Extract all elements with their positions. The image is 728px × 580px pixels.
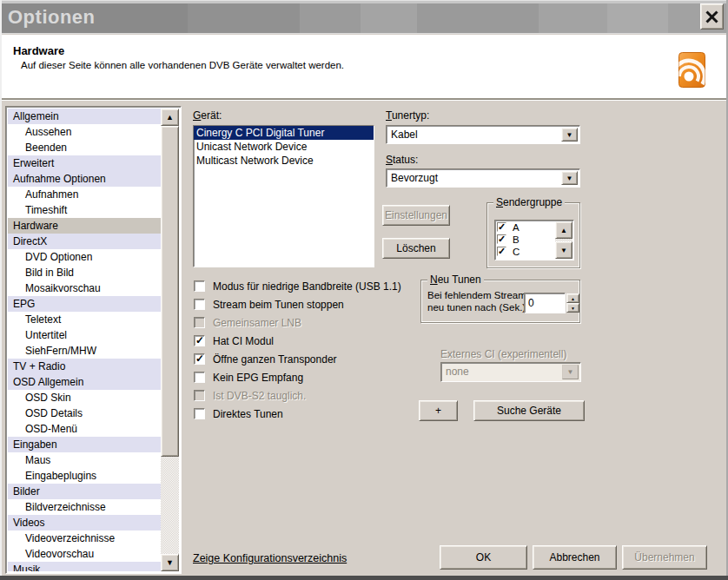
- scroll-up-button[interactable]: ▲: [555, 221, 572, 239]
- scroll-up-button[interactable]: ▲: [161, 109, 179, 126]
- checkbox-bandbreite[interactable]: [194, 280, 205, 292]
- neu-tunen-text: Bei fehlendem Stream neu tunen nach (Sek…: [427, 289, 528, 313]
- sidebar-item-siehfern-mhw[interactable]: SiehFern/MHW: [8, 343, 161, 359]
- sidebar-item-osd-allgemein[interactable]: OSD Allgemein: [8, 374, 161, 390]
- checkbox-row-kein-epg[interactable]: Kein EPG Empfang: [194, 371, 303, 384]
- sidebar-item-dvd-optionen[interactable]: DVD Optionen: [8, 249, 161, 265]
- dropdown-arrow-icon[interactable]: ▼: [561, 171, 578, 185]
- down-arrow-icon: ▼: [166, 559, 174, 567]
- tunertyp-select[interactable]: Kabel ▼: [386, 125, 580, 144]
- sidebar-item-bildverzeichnisse[interactable]: Bildverzeichnisse: [8, 499, 161, 515]
- options-dialog: Optionen Hardware Auf dieser Seite könne…: [0, 0, 728, 580]
- sidebar-item-eingaben[interactable]: Eingaben: [8, 437, 161, 452]
- dropdown-arrow-icon[interactable]: ▼: [561, 128, 578, 142]
- sidebar-item-maus[interactable]: Maus: [8, 452, 161, 468]
- sidebar-item-teletext[interactable]: Teletext: [8, 312, 161, 327]
- abbrechen-button[interactable]: Abbrechen: [533, 545, 617, 570]
- loeschen-button[interactable]: Löschen: [382, 238, 450, 259]
- checkbox-b[interactable]: ✓: [497, 234, 506, 244]
- close-button[interactable]: [700, 3, 724, 30]
- neu-tunen-spinner[interactable]: ▲ ▼: [566, 293, 579, 313]
- status-select[interactable]: Bevorzugt ▼: [386, 168, 580, 188]
- device-item-multicast[interactable]: Multicast Network Device: [194, 154, 374, 168]
- checkbox-a[interactable]: ✓: [497, 222, 506, 232]
- externes-ci-value: none: [446, 366, 469, 378]
- sidebar-item-bilder[interactable]: Bilder: [8, 484, 161, 499]
- sidebar-item-osd-menue[interactable]: OSD-Menü: [8, 421, 161, 437]
- check-icon: ✓: [195, 353, 204, 365]
- window-border-left: [0, 0, 2, 580]
- sidebar-scrollbar[interactable]: ▲ ▼: [161, 109, 179, 571]
- checkbox-c[interactable]: ✓: [497, 247, 506, 256]
- sidebar-item-osd-skin[interactable]: OSD Skin: [8, 390, 161, 405]
- close-icon: [705, 10, 719, 24]
- checkbox-row-direktes-tunen[interactable]: Direktes Tunen: [194, 407, 283, 420]
- sidebar-item-eingabeplugins[interactable]: Eingabeplugins: [8, 468, 161, 484]
- check-icon: ✓: [195, 334, 204, 346]
- checkbox-row-stream-stoppen[interactable]: Stream beim Tunen stoppen: [194, 298, 344, 311]
- sendergruppe-scrollbar[interactable]: ▲ ▼: [555, 221, 572, 259]
- sidebar-item-osd-details[interactable]: OSD Details: [8, 405, 161, 421]
- spin-down-button[interactable]: ▼: [566, 303, 579, 313]
- sidebar-item-videos[interactable]: Videos: [8, 515, 161, 531]
- checkbox-hat-ci-modul[interactable]: ✓: [194, 335, 205, 346]
- dvbviewer-logo-icon: [678, 52, 705, 88]
- check-icon: ✓: [498, 246, 506, 257]
- add-device-button[interactable]: +: [419, 400, 458, 421]
- status-label: Status:: [386, 154, 418, 166]
- ok-button[interactable]: OK: [440, 545, 527, 570]
- sendergruppe-list: ✓ A ✓ B ✓ C ▲ ▼: [494, 220, 574, 260]
- title-bar[interactable]: Optionen: [1, 3, 727, 34]
- checkbox-label: Hat CI Modul: [213, 335, 274, 347]
- sidebar-item-untertitel[interactable]: Untertitel: [8, 327, 161, 343]
- sidebar-item-videovorschau[interactable]: Videovorschau: [8, 546, 161, 562]
- sidebar-item-allgemein[interactable]: Allgemein: [8, 109, 161, 124]
- neu-tunen-group: Neu Tunen Bei fehlendem Stream neu tunen…: [420, 280, 580, 323]
- checkbox-row-bandbreite[interactable]: Modus für niedrige Bandbreite (USB 1.1): [194, 280, 401, 293]
- sidebar-item-videoverzeichnisse[interactable]: Videoverzeichnisse: [8, 531, 161, 546]
- spin-up-button[interactable]: ▲: [566, 293, 579, 303]
- page-header: Hardware Auf dieser Seite können alle vo…: [2, 35, 726, 98]
- externes-ci-label: Externes CI (experimentell): [440, 348, 566, 360]
- up-arrow-icon: ▲: [571, 296, 575, 301]
- sidebar-item-erweitert[interactable]: Erweitert: [8, 155, 161, 171]
- sidebar-item-bild-in-bild[interactable]: Bild in Bild: [8, 265, 161, 280]
- checkbox-row-ganzer-transponder[interactable]: ✓ Öffne ganzen Transponder: [194, 353, 337, 366]
- checkbox-ganzer-transponder[interactable]: ✓: [194, 353, 205, 365]
- tunertyp-label: Tunertyp:: [386, 109, 429, 122]
- page-title: Hardware: [13, 44, 64, 57]
- sendergruppe-group: Sendergruppe ✓ A ✓ B ✓ C ▲ ▼: [486, 202, 580, 268]
- scroll-down-button[interactable]: ▼: [555, 241, 572, 259]
- sidebar-item-hardware[interactable]: Hardware: [8, 218, 161, 234]
- checkbox-row-hat-ci-modul[interactable]: ✓ Hat CI Modul: [194, 334, 274, 347]
- sidebar-item-epg[interactable]: EPG: [8, 296, 161, 312]
- down-arrow-icon: ▼: [560, 247, 567, 254]
- suche-geraete-button[interactable]: Suche Geräte: [473, 400, 585, 421]
- einstellungen-button: Einstellungen: [382, 205, 450, 226]
- device-item-cinergy[interactable]: Cinergy C PCI Digital Tuner: [194, 126, 374, 140]
- sidebar-item-aufnahmen[interactable]: Aufnahmen: [8, 187, 161, 202]
- tunertyp-value: Kabel: [391, 129, 418, 141]
- sidebar-item-musik[interactable]: Musik: [8, 562, 161, 571]
- sendergruppe-label: Sendergruppe: [493, 196, 565, 208]
- settings-nav-list: Allgemein Aussehen Beenden Erweitert Auf…: [5, 106, 182, 574]
- sidebar-item-tv-radio[interactable]: TV + Radio: [8, 359, 161, 374]
- checkbox-kein-epg[interactable]: [194, 372, 205, 383]
- sidebar-item-aufnahme-optionen[interactable]: Aufnahme Optionen: [8, 171, 161, 187]
- checkbox-stream-stoppen[interactable]: [194, 299, 205, 310]
- sidebar-item-directx[interactable]: DirectX: [8, 234, 161, 249]
- checkbox-direktes-tunen[interactable]: [194, 408, 205, 419]
- checkbox-row-dvb-s2: Ist DVB-S2 tauglich.: [194, 389, 306, 402]
- header-divider: [2, 98, 726, 101]
- sidebar-item-aussehen[interactable]: Aussehen: [8, 124, 161, 140]
- scroll-down-button[interactable]: ▼: [161, 554, 179, 571]
- device-item-unicast[interactable]: Unicast Network Device: [194, 140, 374, 154]
- sidebar-item-beenden[interactable]: Beenden: [8, 140, 161, 155]
- config-directory-link[interactable]: Zeige Konfigurationsverzeichnis: [193, 552, 347, 564]
- neu-tunen-label: Neu Tunen: [427, 274, 484, 286]
- checkbox-label: Stream beim Tunen stoppen: [213, 299, 344, 311]
- neu-tunen-input[interactable]: 0: [524, 293, 566, 313]
- sidebar-item-mosaikvorschau[interactable]: Mosaikvorschau: [8, 280, 161, 296]
- scrollbar-thumb[interactable]: [161, 126, 179, 457]
- sidebar-item-timeshift[interactable]: Timeshift: [8, 202, 161, 218]
